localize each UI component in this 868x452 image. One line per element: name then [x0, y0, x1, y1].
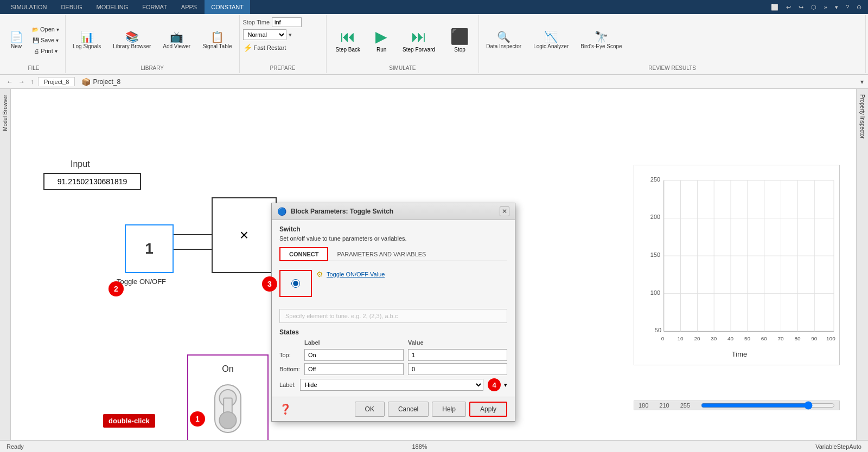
top-label-input[interactable]	[304, 349, 404, 361]
canvas-area: Input 91.21502130681819 × 1	[11, 89, 856, 440]
multiply-block[interactable]: ×	[212, 197, 277, 273]
canvas-slider[interactable]: 180 210 255	[634, 401, 840, 410]
library-browser-button[interactable]: 📚 Library Browser	[109, 29, 155, 52]
mode-select[interactable]: Normal	[243, 29, 286, 40]
bottom-value-input[interactable]	[408, 363, 507, 375]
params-icon: ⚙	[316, 270, 323, 279]
step-forward-icon: ⏭	[411, 28, 426, 46]
birds-eye-button[interactable]: 🔭 Bird's-Eye Scope	[577, 29, 626, 52]
run-button[interactable]: ▶ Run	[369, 24, 393, 56]
label-select[interactable]: Hide	[300, 379, 483, 391]
dialog-titlebar: 🔵 Block Parameters: Toggle Switch ✕	[272, 203, 515, 220]
property-inspector-label[interactable]: Property Inspector	[858, 91, 866, 142]
add-viewer-button[interactable]: 📺 Add Viewer	[159, 29, 194, 52]
menu-tab-simulation[interactable]: SIMULATION	[4, 0, 53, 14]
bottom-label-input[interactable]	[304, 363, 404, 375]
stop-time-input[interactable]	[272, 17, 302, 27]
menu-icon-8[interactable]: ⊙	[854, 3, 864, 12]
breadcrumb-nav: ← → ↑	[4, 77, 36, 87]
open-button[interactable]: 📂Open▾	[29, 24, 62, 34]
svg-text:50: 50	[655, 327, 661, 333]
menu-icon-7[interactable]: ?	[844, 3, 851, 11]
dialog-footer-buttons: OK Cancel Help Apply	[355, 402, 507, 417]
top-value-input[interactable]	[408, 349, 507, 361]
multiply-symbol: ×	[240, 227, 248, 244]
model-path-name: Project_8	[93, 78, 120, 86]
menu-right-controls: ⬜ ↩ ↪ ⬡ » ▾ ? ⊙	[769, 3, 864, 12]
switch-svg	[215, 388, 240, 430]
help-button[interactable]: Help	[432, 402, 466, 417]
menu-icon-5[interactable]: »	[822, 3, 829, 11]
menu-tab-debug[interactable]: DEBUG	[54, 0, 88, 14]
bottom-label: Bottom:	[279, 366, 300, 372]
status-ready: Ready	[7, 443, 24, 450]
canvas-range-slider[interactable]	[701, 401, 835, 410]
back-button[interactable]: ←	[4, 77, 15, 87]
badge-1: 1	[190, 411, 205, 427]
top-label: Top:	[279, 352, 300, 358]
new-button[interactable]: 📄 New	[5, 29, 27, 52]
log-signals-button[interactable]: 📊 Log Signals	[69, 29, 105, 52]
menu-tab-constant[interactable]: CONSTANT	[205, 0, 250, 14]
menu-icon-2[interactable]: ↩	[784, 3, 793, 12]
params-link[interactable]: Toggle ON/OFF Value	[327, 271, 385, 277]
label-dropdown-arrow[interactable]: ▾	[504, 382, 507, 389]
dialog-section-title: Switch	[279, 225, 507, 233]
toolbar: 📄 New 📂Open▾ 💾Save▾ 🖨Print▾ FILE 📊	[0, 14, 868, 75]
fast-restart-button[interactable]: ⚡ Fast Restart	[243, 43, 286, 52]
dialog-body: Switch Set on/off value to tune paramete…	[272, 220, 515, 397]
menu-tab-apps[interactable]: APPS	[175, 0, 203, 14]
forward-button[interactable]: →	[16, 77, 27, 87]
toggle-switch-block[interactable]: On Off	[187, 354, 269, 440]
dialog-footer: ❓ OK Cancel Help Apply	[272, 397, 515, 421]
model-path-dropdown[interactable]: ▾	[860, 78, 864, 86]
block-params-dialog: 🔵 Block Parameters: Toggle Switch ✕ Swit…	[271, 203, 515, 422]
connect-radio[interactable]	[291, 279, 300, 288]
badge-2: 2	[108, 281, 124, 296]
step-back-button[interactable]: ⏮ Step Back	[330, 24, 367, 56]
stop-button[interactable]: ⬛ Stop	[444, 24, 475, 56]
ok-button[interactable]: OK	[355, 402, 385, 417]
help-icon[interactable]: ❓	[279, 403, 291, 415]
switch-on-label: On	[222, 364, 233, 374]
params-header: ⚙ Toggle ON/OFF Value	[316, 270, 507, 279]
cancel-button[interactable]: Cancel	[388, 402, 429, 417]
data-inspector-button[interactable]: 🔍 Data Inspector	[482, 29, 525, 52]
label-row-text: Label:	[279, 382, 296, 388]
states-grid: Label Value Top: Bottom:	[279, 339, 507, 375]
menu-bar: SIMULATION DEBUG MODELING FORMAT APPS CO…	[0, 0, 868, 14]
menu-icon-1[interactable]: ⬜	[769, 3, 781, 12]
col-value-header: Value	[408, 339, 507, 347]
step-forward-button[interactable]: ⏭ Step Forward	[397, 24, 441, 56]
menu-icon-6[interactable]: ▾	[833, 3, 840, 12]
breadcrumb-bar: ← → ↑ Project_8 📦 Project_8 ▾	[0, 75, 868, 89]
svg-text:40: 40	[727, 335, 734, 341]
connect-panel: ⚙ Toggle ON/OFF Value	[279, 266, 507, 309]
dialog-title: Block Parameters: Toggle Switch	[291, 208, 495, 215]
left-sidebar: Model Browser	[0, 89, 11, 440]
chart-svg: 250 200 150 100 50	[634, 165, 839, 365]
input-value-block[interactable]: 91.21502130681819	[43, 173, 141, 190]
simulate-group-label: SIMULATE	[389, 64, 416, 71]
slider-val-2: 210	[659, 402, 669, 409]
double-click-label: double-click	[103, 414, 155, 428]
print-button[interactable]: 🖨Print▾	[29, 46, 62, 56]
toolbar-prepare-group: Stop Time Normal ▾ ⚡ Fast Restart PREPAR…	[240, 15, 327, 73]
up-button[interactable]: ↑	[28, 77, 36, 87]
logic-analyzer-button[interactable]: 📉 Logic Analyzer	[529, 29, 572, 52]
dialog-close-button[interactable]: ✕	[500, 206, 509, 216]
specify-row[interactable]: Specify element to tune. e.g. 2, (2,3), …	[279, 309, 507, 323]
apply-button[interactable]: Apply	[469, 402, 507, 417]
connect-tab[interactable]: CONNECT	[279, 247, 328, 261]
project-tab[interactable]: Project_8	[38, 77, 75, 86]
save-button[interactable]: 💾Save▾	[29, 35, 62, 45]
params-tab-label: PARAMETERS AND VARIABLES	[337, 251, 426, 257]
toggle-block[interactable]: 1	[125, 224, 174, 273]
toolbar-simulate-group: ⏮ Step Back ▶ Run ⏭ Step Forward ⬛ Stop …	[327, 15, 480, 73]
model-browser-toggle[interactable]: Model Browser	[1, 91, 10, 135]
menu-icon-3[interactable]: ↪	[796, 3, 806, 12]
menu-icon-4[interactable]: ⬡	[809, 3, 819, 12]
menu-tab-modeling[interactable]: MODELING	[90, 0, 135, 14]
signal-table-button[interactable]: 📋 Signal Table	[199, 29, 235, 52]
menu-tab-format[interactable]: FORMAT	[136, 0, 174, 14]
